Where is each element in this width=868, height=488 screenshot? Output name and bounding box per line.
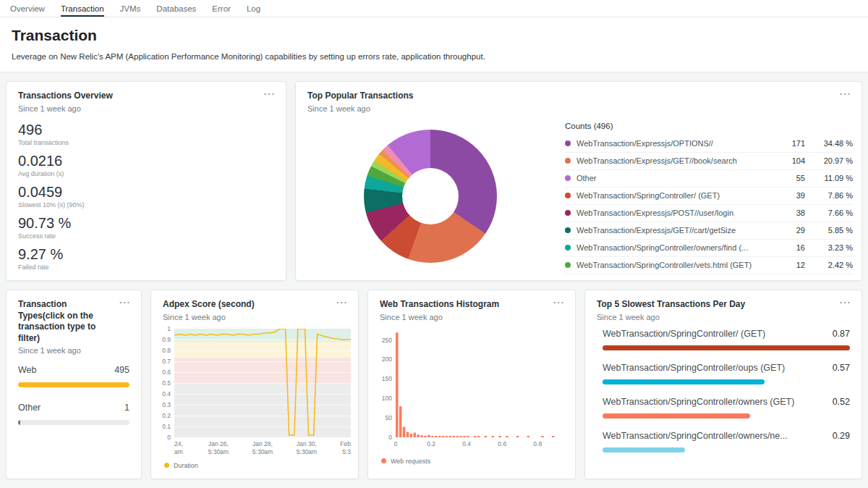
apdex-x-axis: 24,amJan 26,5:30amJan 28,5:30amJan 30,5:… <box>174 437 351 456</box>
top5-row[interactable]: WebTransaction/SpringController/owners (… <box>603 397 850 418</box>
legend-row[interactable]: WebTransaction/Expressjs/GET//book/searc… <box>565 153 853 170</box>
metric-label: Slowest 10% (s) (90%) <box>18 201 274 209</box>
card-menu-icon[interactable]: ⋯ <box>336 299 348 306</box>
card-apdex-score: Adpex Score (second) Since 1 week ago ⋯ … <box>150 290 359 479</box>
type-row-other[interactable]: Other 1 <box>18 403 129 425</box>
legend-pct: 7.66 % <box>811 209 853 217</box>
tab-overview[interactable]: Overview <box>10 0 45 17</box>
card-subtitle: Since 1 week ago <box>163 313 255 321</box>
legend-row[interactable]: WebTransaction/Expressjs/OPTIONS// 171 3… <box>565 135 853 153</box>
legend-count: 171 <box>780 139 805 148</box>
legend-name: WebTransaction/Expressjs/GET//book/searc… <box>576 156 775 165</box>
page-title: Transaction <box>12 27 856 44</box>
apdex-legend[interactable]: Duration <box>156 456 351 469</box>
legend-count: 16 <box>780 243 805 252</box>
legend-count: 104 <box>780 156 805 165</box>
transaction-value: 0.87 <box>833 329 850 339</box>
legend-count: 12 <box>780 261 805 269</box>
card-menu-icon[interactable]: ⋯ <box>119 299 131 306</box>
y-tick-label: 150 <box>382 375 392 382</box>
legend-dot <box>565 140 571 146</box>
apdex-y-axis: 10.90.80.70.60.50.40.30.20.10 <box>156 329 174 437</box>
legend-row[interactable]: WebTransaction/SpringController/owners/f… <box>565 240 853 257</box>
card-transaction-types: Transaction Types(click on the transacti… <box>6 290 142 479</box>
card-subtitle: Since 1 week ago <box>307 104 413 113</box>
transaction-name: WebTransaction/SpringController/owners/n… <box>603 431 788 441</box>
tab-databases[interactable]: Databases <box>156 0 196 17</box>
tab-jvms[interactable]: JVMs <box>120 0 141 17</box>
legend-name: WebTransaction/Expressjs/POST//user/logi… <box>576 209 775 217</box>
metric-label: Success rate <box>18 232 274 240</box>
top5-row[interactable]: WebTransaction/SpringController/owners/n… <box>603 431 850 453</box>
histogram-legend[interactable]: Web requests <box>373 452 568 465</box>
y-tick-label: 250 <box>382 337 392 344</box>
metric-total-transactions: 496 Total transactions <box>18 122 274 146</box>
metric-value: 496 <box>18 122 274 138</box>
card-menu-icon[interactable]: ⋯ <box>553 299 565 306</box>
legend-pct: 34.48 % <box>811 139 853 148</box>
card-title: Adpex Score (second) <box>163 299 255 311</box>
legend-row[interactable]: WebTransaction/SpringController/ (GET) 3… <box>565 188 853 205</box>
card-top5-slowest: Top 5 Slowest Transactions Per Day Since… <box>584 290 862 479</box>
metric-slowest-10: 0.0459 Slowest 10% (s) (90%) <box>18 184 274 209</box>
type-label: Web <box>18 365 36 375</box>
page-header: Transaction Leverage on New Relic's APM … <box>0 17 868 72</box>
legend-name: WebTransaction/SpringController/vets.htm… <box>576 261 775 269</box>
legend-row[interactable]: WebTransaction/Expressjs/GET//cart/getSi… <box>565 222 853 240</box>
histogram-y-axis: 050100150200250 <box>373 329 396 437</box>
legend-row[interactable]: Other 55 11.09 % <box>565 170 853 188</box>
y-tick-label: 0.9 <box>162 336 171 343</box>
x-tick-label: 24,am <box>174 440 183 456</box>
legend-count: 55 <box>780 174 805 182</box>
metric-label: Avg duration (s) <box>18 170 274 177</box>
tab-error[interactable]: Error <box>212 0 231 17</box>
tab-transaction[interactable]: Transaction <box>61 0 104 17</box>
legend-name: WebTransaction/SpringController/owners/f… <box>576 243 775 252</box>
metric-value: 9.27 % <box>18 246 274 262</box>
card-subtitle: Since 1 week ago <box>18 104 113 113</box>
tab-log[interactable]: Log <box>247 0 260 17</box>
apdex-plot[interactable] <box>174 329 351 437</box>
type-label: Other <box>18 403 41 413</box>
top5-row[interactable]: WebTransaction/SpringController/ (GET) 0… <box>603 329 850 350</box>
card-menu-icon[interactable]: ⋯ <box>839 91 851 98</box>
legend-count: 39 <box>780 191 805 200</box>
donut-chart-area <box>296 113 565 279</box>
top5-bar <box>603 413 750 418</box>
top5-row[interactable]: WebTransaction/SpringController/oups (GE… <box>603 363 850 384</box>
donut-chart[interactable] <box>364 130 497 263</box>
card-menu-icon[interactable]: ⋯ <box>839 299 851 306</box>
metric-success-rate: 90.73 % Success rate <box>18 215 274 240</box>
top5-bar <box>603 379 765 384</box>
legend-row[interactable]: WebTransaction/SpringController/vets.htm… <box>565 257 853 274</box>
card-menu-icon[interactable]: ⋯ <box>263 91 276 98</box>
legend-label: Duration <box>174 462 198 469</box>
legend-row[interactable]: WebTransaction/Expressjs/POST//user/logi… <box>565 205 853 222</box>
card-top-popular-transactions: Top Popular Transactions Since 1 week ag… <box>295 81 862 281</box>
x-tick-label: 0.8 <box>533 440 542 448</box>
y-tick-label: 0.8 <box>162 347 171 354</box>
metric-value: 0.0216 <box>18 153 274 169</box>
transaction-value: 0.52 <box>833 397 850 407</box>
y-tick-label: 100 <box>382 395 392 402</box>
x-tick-label: 0.2 <box>427 440 435 448</box>
y-tick-label: 50 <box>386 414 392 421</box>
legend-pct: 7.86 % <box>811 191 853 200</box>
legend-pct: 2.42 % <box>811 261 853 269</box>
legend-name: WebTransaction/SpringController/ (GET) <box>576 191 775 200</box>
x-tick-label: Jan 26,5:30am <box>208 440 229 456</box>
type-row-web[interactable]: Web 495 <box>18 365 129 387</box>
x-tick-label: 0 <box>394 440 398 448</box>
donut-legend: Counts (496) WebTransaction/Expressjs/OP… <box>565 113 861 279</box>
legend-pct: 11.09 % <box>811 174 853 182</box>
y-tick-label: 200 <box>382 356 392 363</box>
card-title: Transaction Types(click on the transacti… <box>18 299 113 344</box>
metric-label: Total transactions <box>18 139 274 146</box>
metrics-list: 496 Total transactions 0.0216 Avg durati… <box>7 113 286 271</box>
legend-dot <box>565 210 571 216</box>
histogram-plot[interactable] <box>396 329 568 437</box>
duration-legend-dot <box>164 463 169 468</box>
x-tick-label: Jan 30,5:30am <box>297 440 317 456</box>
x-tick-label: 0.4 <box>462 440 471 448</box>
y-tick-label: 0.1 <box>162 423 171 430</box>
